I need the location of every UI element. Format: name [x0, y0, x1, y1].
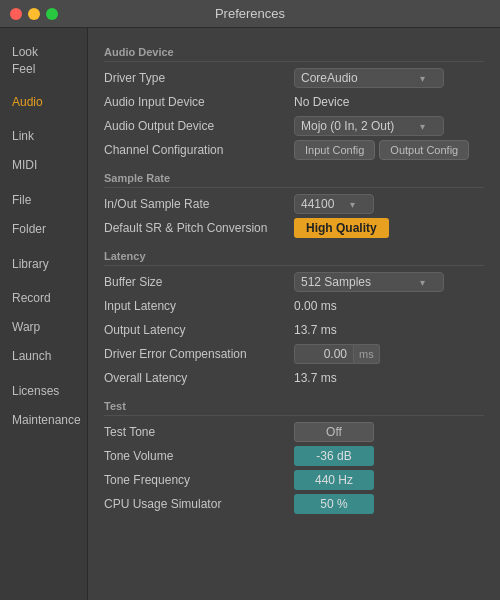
sidebar-item-file[interactable]: File — [0, 186, 87, 215]
output-latency-label: Output Latency — [104, 323, 294, 337]
tone-frequency-slider[interactable]: 440 Hz — [294, 470, 374, 490]
sidebar-item-record[interactable]: Record — [0, 284, 87, 313]
tone-frequency-label: Tone Frequency — [104, 473, 294, 487]
audio-output-value[interactable]: Mojo (0 In, 2 Out) ▾ — [294, 116, 484, 136]
maximize-button[interactable] — [46, 8, 58, 20]
sidebar-item-launch[interactable]: Launch — [0, 342, 87, 371]
output-latency-row: Output Latency 13.7 ms — [104, 318, 484, 342]
tone-frequency-row: Tone Frequency 440 Hz — [104, 468, 484, 492]
overall-latency-row: Overall Latency 13.7 ms — [104, 366, 484, 390]
input-latency-row: Input Latency 0.00 ms — [104, 294, 484, 318]
dropdown-arrow-icon: ▾ — [420, 277, 425, 288]
buffer-size-row: Buffer Size 512 Samples ▾ — [104, 270, 484, 294]
driver-error-row: Driver Error Compensation ms — [104, 342, 484, 366]
output-latency-value: 13.7 ms — [294, 323, 484, 337]
buffer-size-dropdown[interactable]: 512 Samples ▾ — [294, 272, 444, 292]
test-tone-value[interactable]: Off — [294, 422, 484, 442]
sidebar-item-folder[interactable]: Folder — [0, 215, 87, 244]
audio-input-label: Audio Input Device — [104, 95, 294, 109]
window-controls[interactable] — [10, 8, 58, 20]
buffer-size-label: Buffer Size — [104, 275, 294, 289]
input-latency-value: 0.00 ms — [294, 299, 484, 313]
main-container: Look Feel Audio Link MIDI File Folder Li… — [0, 28, 500, 600]
driver-error-input[interactable] — [294, 344, 354, 364]
inout-sample-rate-row: In/Out Sample Rate 44100 ▾ — [104, 192, 484, 216]
title-bar: Preferences — [0, 0, 500, 28]
audio-output-label: Audio Output Device — [104, 119, 294, 133]
input-config-button[interactable]: Input Config — [294, 140, 375, 160]
default-sr-row: Default SR & Pitch Conversion High Quali… — [104, 216, 484, 240]
default-sr-label: Default SR & Pitch Conversion — [104, 221, 294, 235]
test-tone-row: Test Tone Off — [104, 420, 484, 444]
cpu-usage-value[interactable]: 50 % — [294, 494, 484, 514]
sample-rate-header: Sample Rate — [104, 172, 484, 188]
sidebar-item-licenses[interactable]: Licenses — [0, 377, 87, 406]
dropdown-arrow-icon: ▾ — [420, 73, 425, 84]
output-config-button[interactable]: Output Config — [379, 140, 469, 160]
sidebar-item-midi[interactable]: MIDI — [0, 151, 87, 180]
buffer-size-value[interactable]: 512 Samples ▾ — [294, 272, 484, 292]
content-area: Audio Device Driver Type CoreAudio ▾ Aud… — [88, 28, 500, 600]
tone-volume-value[interactable]: -36 dB — [294, 446, 484, 466]
audio-output-row: Audio Output Device Mojo (0 In, 2 Out) ▾ — [104, 114, 484, 138]
cpu-usage-slider[interactable]: 50 % — [294, 494, 374, 514]
overall-latency-label: Overall Latency — [104, 371, 294, 385]
dropdown-arrow-icon: ▾ — [350, 199, 355, 210]
inout-sample-rate-value[interactable]: 44100 ▾ — [294, 194, 484, 214]
sample-rate-dropdown[interactable]: 44100 ▾ — [294, 194, 374, 214]
sidebar-item-warp[interactable]: Warp — [0, 313, 87, 342]
window-title: Preferences — [215, 6, 285, 21]
minimize-button[interactable] — [28, 8, 40, 20]
tone-frequency-value[interactable]: 440 Hz — [294, 470, 484, 490]
sidebar-item-look-feel[interactable]: Look Feel — [0, 38, 87, 84]
channel-config-row: Channel Configuration Input Config Outpu… — [104, 138, 484, 162]
channel-config-buttons: Input Config Output Config — [294, 140, 484, 160]
driver-type-label: Driver Type — [104, 71, 294, 85]
input-latency-label: Input Latency — [104, 299, 294, 313]
tone-volume-slider[interactable]: -36 dB — [294, 446, 374, 466]
driver-type-dropdown[interactable]: CoreAudio ▾ — [294, 68, 444, 88]
latency-header: Latency — [104, 250, 484, 266]
driver-type-value[interactable]: CoreAudio ▾ — [294, 68, 484, 88]
audio-input-row: Audio Input Device No Device — [104, 90, 484, 114]
test-tone-label: Test Tone — [104, 425, 294, 439]
tone-volume-row: Tone Volume -36 dB — [104, 444, 484, 468]
test-tone-toggle[interactable]: Off — [294, 422, 374, 442]
dropdown-arrow-icon: ▾ — [420, 121, 425, 132]
sidebar-item-link[interactable]: Link — [0, 122, 87, 151]
inout-sample-rate-label: In/Out Sample Rate — [104, 197, 294, 211]
sidebar-item-maintenance[interactable]: Maintenance — [0, 406, 87, 435]
cpu-usage-row: CPU Usage Simulator 50 % — [104, 492, 484, 516]
sidebar-item-audio[interactable]: Audio — [0, 88, 87, 117]
test-header: Test — [104, 400, 484, 416]
audio-output-dropdown[interactable]: Mojo (0 In, 2 Out) ▾ — [294, 116, 444, 136]
overall-latency-value: 13.7 ms — [294, 371, 484, 385]
cpu-usage-label: CPU Usage Simulator — [104, 497, 294, 511]
driver-error-unit: ms — [354, 344, 380, 364]
tone-volume-label: Tone Volume — [104, 449, 294, 463]
driver-error-label: Driver Error Compensation — [104, 347, 294, 361]
channel-config-label: Channel Configuration — [104, 143, 294, 157]
driver-error-input-group: ms — [294, 344, 484, 364]
sidebar-item-library[interactable]: Library — [0, 250, 87, 279]
high-quality-button[interactable]: High Quality — [294, 218, 389, 238]
audio-input-value: No Device — [294, 95, 484, 109]
sidebar: Look Feel Audio Link MIDI File Folder Li… — [0, 28, 88, 600]
audio-device-header: Audio Device — [104, 46, 484, 62]
close-button[interactable] — [10, 8, 22, 20]
driver-type-row: Driver Type CoreAudio ▾ — [104, 66, 484, 90]
default-sr-value[interactable]: High Quality — [294, 218, 484, 238]
